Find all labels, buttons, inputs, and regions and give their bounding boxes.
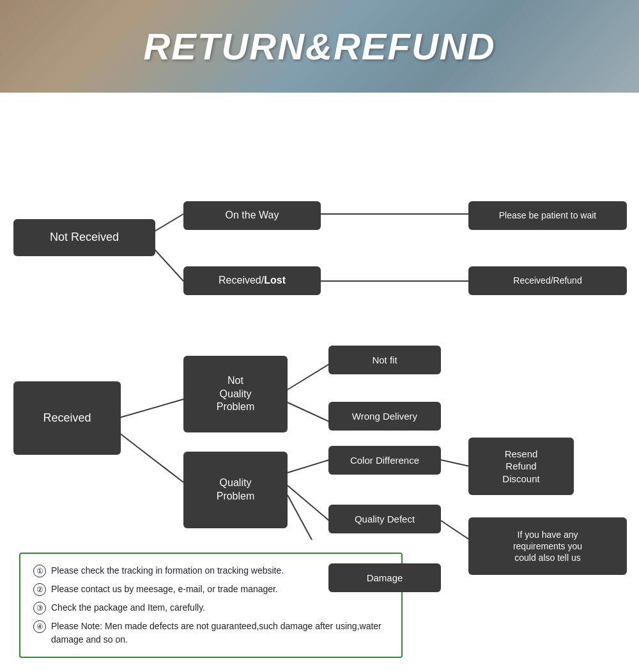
- flowchart: Not Received On the Way Received/Lost Pl…: [10, 105, 629, 540]
- svg-line-1: [151, 246, 183, 281]
- svg-line-4: [117, 399, 183, 418]
- svg-line-8: [288, 460, 329, 473]
- svg-line-0: [151, 214, 183, 233]
- node-wrong-delivery: Wrong Delivery: [328, 402, 441, 431]
- page-header: RETURN&REFUND: [0, 0, 639, 93]
- node-not-quality: NotQualityProblem: [183, 356, 288, 432]
- main-content: Not Received On the Way Received/Lost Pl…: [0, 93, 639, 672]
- page-title: RETURN&REFUND: [143, 25, 495, 68]
- node-not-fit: Not fit: [328, 346, 441, 374]
- node-resend-refund: ResendRefundDiscount: [468, 438, 574, 495]
- note-text-2: Please contact us by meesage, e-mail, or…: [51, 583, 278, 596]
- node-on-the-way: On the Way: [183, 201, 321, 230]
- note-item-4: ④ Please Note: Men made defects are not …: [33, 620, 389, 646]
- node-damage: Damage: [328, 563, 441, 592]
- note-text-3: Check the package and Item, carefully.: [51, 601, 205, 615]
- note-num-1: ①: [33, 565, 46, 577]
- svg-line-10: [288, 495, 329, 540]
- svg-line-5: [117, 431, 183, 482]
- node-received-lost: Received/Lost: [183, 266, 321, 295]
- note-num-2: ②: [33, 583, 46, 596]
- note-num-3: ③: [33, 602, 46, 615]
- node-not-received: Not Received: [13, 219, 155, 256]
- node-received-refund: Received/Refund: [468, 266, 627, 295]
- svg-line-7: [288, 402, 329, 422]
- note-item-3: ③ Check the package and Item, carefully.: [33, 601, 389, 615]
- svg-line-6: [288, 364, 329, 390]
- node-received: Received: [13, 381, 121, 455]
- node-please-wait: Please be patient to wait: [468, 201, 627, 230]
- note-text-1: Please check the tracking in formation o…: [51, 564, 284, 577]
- node-quality-defect: Quality Defect: [328, 505, 441, 533]
- node-quality-problem: QualityProblem: [183, 452, 288, 528]
- node-color-difference: Color Difference: [328, 446, 441, 475]
- node-if-requirements: If you have anyrequirements youcould als…: [468, 517, 627, 575]
- svg-line-11: [441, 460, 470, 466]
- note-text-4: Please Note: Men made defects are not gu…: [51, 620, 389, 646]
- note-num-4: ④: [33, 620, 46, 633]
- svg-line-12: [441, 521, 470, 540]
- svg-line-9: [288, 485, 329, 521]
